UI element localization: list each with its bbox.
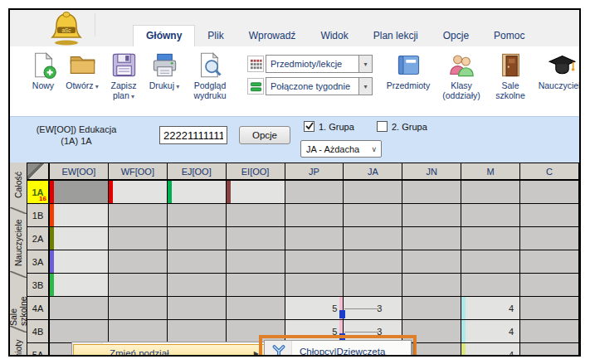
grid-cell-1b-wf-oo[interactable] <box>109 204 168 227</box>
combo-dropdown-button[interactable]: ▾ <box>359 77 373 95</box>
grid-cell-3a-ew-oo[interactable] <box>50 250 109 274</box>
grid-cell-1b-ei-oo[interactable] <box>227 204 285 227</box>
grid-cell-2a-ew-oo[interactable] <box>50 227 109 250</box>
grid-cell-4a-wf-oo[interactable] <box>109 297 168 320</box>
grid-cell-3a-ej-oo[interactable] <box>168 250 227 274</box>
nowy-button[interactable]: Nowy <box>25 49 61 92</box>
grid-cell-1a-ei-oo[interactable] <box>227 181 285 204</box>
grid-cell-2a-ei-oo[interactable] <box>227 227 285 250</box>
options-button[interactable]: Opcje <box>239 126 290 144</box>
column-header-jp[interactable]: JP <box>285 163 344 181</box>
checkbox-checked[interactable] <box>304 121 315 132</box>
grid-cell-2a-ja[interactable] <box>344 227 402 250</box>
grid-cell-3b-jn[interactable] <box>402 274 461 297</box>
menu-item-zmień-podział[interactable]: Zmień podział▶ <box>73 344 266 357</box>
grid-cell-5a-m[interactable]: 4 <box>461 343 520 355</box>
grid-cell-4b-ew-oo[interactable] <box>50 320 109 343</box>
klasy-oddziały-button[interactable]: Klasy (oddziały) <box>434 49 489 102</box>
grid-cell-4a-m[interactable]: 4 <box>461 297 520 320</box>
grid-cell-2a-wf-oo[interactable] <box>109 227 168 250</box>
grid-cell-1a-ja[interactable] <box>344 181 402 204</box>
row-header-4a[interactable]: 4A <box>27 297 50 320</box>
grid-cell-3b-c[interactable] <box>520 274 579 297</box>
grid-cell-3a-m[interactable] <box>461 250 520 274</box>
grid-cell-3a-c[interactable] <box>520 250 579 274</box>
row-header-3a[interactable]: 3A <box>27 250 50 274</box>
combo-dropdown-button[interactable]: ▾ <box>359 55 373 73</box>
grid-cell-1a-m[interactable] <box>461 181 520 204</box>
grid-cell-2a-jn[interactable] <box>402 227 461 250</box>
row-header-3b[interactable]: 3B <box>27 274 50 297</box>
grid-cell-1a-jn[interactable] <box>402 181 461 204</box>
grid-cell-3a-ja[interactable] <box>344 250 402 274</box>
row-header-4b[interactable]: 4B <box>27 320 50 343</box>
grid-cell-3a-ei-oo[interactable] <box>227 250 285 274</box>
side-tab-całość[interactable]: Całość <box>10 163 27 207</box>
grid-cell-5a-c[interactable] <box>520 343 579 355</box>
tab-główny[interactable]: Główny <box>133 25 195 46</box>
column-header-jn[interactable]: JN <box>402 163 461 181</box>
side-tab-sale-szkolne[interactable]: Sale szkolne <box>10 278 27 326</box>
grid-cell-4a-c[interactable] <box>520 297 579 320</box>
row-header-2a[interactable]: 2A <box>27 227 50 250</box>
grid-cell-1b-jn[interactable] <box>402 204 461 227</box>
column-header-ew-oo[interactable]: EW[OO] <box>50 163 109 181</box>
grid-cell-1b-ja[interactable] <box>344 204 402 227</box>
grid-cell-4b-ej-oo[interactable] <box>168 320 227 343</box>
column-header-c[interactable]: C <box>520 163 579 181</box>
code-input[interactable] <box>159 126 227 144</box>
grid-cell-4a-ew-oo[interactable] <box>50 297 109 320</box>
grid-cell-3b-ej-oo[interactable] <box>168 274 227 297</box>
grid-cell-4a-jn[interactable] <box>402 297 461 320</box>
row-header-1b[interactable]: 1B <box>27 204 50 227</box>
otwórz-button[interactable]: Otwórz ▾ <box>61 49 103 94</box>
row-header-1a[interactable]: 1A16 <box>27 181 50 204</box>
zapisz-plan-button[interactable]: Zapisz plan ▾ <box>103 49 144 104</box>
grid-cell-4b-m[interactable]: 4 <box>461 320 520 343</box>
grid-cell-3b-jp[interactable] <box>285 274 344 297</box>
grid-cell-3b-ja[interactable] <box>344 274 402 297</box>
grid-cell-1a-ew-oo[interactable] <box>50 181 109 204</box>
grid-cell-3a-wf-oo[interactable] <box>109 250 168 274</box>
column-header-m[interactable]: M <box>461 163 520 181</box>
column-header-ei-oo[interactable]: EI[OO] <box>227 163 285 181</box>
grid-cell-1b-ew-oo[interactable] <box>50 204 109 227</box>
podgląd-wydruku-button[interactable]: Podgląd wydruku <box>184 49 236 102</box>
nauczyciele-button[interactable]: Nauczyciele <box>532 49 581 92</box>
grid-cell-1a-c[interactable] <box>520 181 579 204</box>
grid-cell-4a-ei-oo[interactable] <box>227 297 285 320</box>
grid-cell-4b-c[interactable] <box>520 320 579 343</box>
tab-wprowadź[interactable]: Wprowadź <box>236 26 309 46</box>
tab-plik[interactable]: Plik <box>195 26 236 46</box>
column-header-wf-oo[interactable]: WF[OO] <box>109 163 168 181</box>
grid-cell-4a-jp[interactable]: 5 <box>285 297 344 320</box>
tab-pomoc[interactable]: Pomoc <box>481 26 537 46</box>
grid-cell-4a-ja[interactable]: 3 <box>344 297 402 320</box>
column-header-ja[interactable]: JA <box>344 163 402 181</box>
grid-cell-2a-m[interactable] <box>461 227 520 250</box>
grid-cell-2a-c[interactable] <box>520 227 579 250</box>
przedmioty-button[interactable]: Przedmioty <box>383 49 434 92</box>
grid-cell-1b-c[interactable] <box>520 204 579 227</box>
tab-widok[interactable]: Widok <box>308 26 360 46</box>
teacher-dropdown[interactable]: JA - Ażdacha ∨ <box>300 140 382 158</box>
grid-cell-1b-jp[interactable] <box>285 204 344 227</box>
grid-cell-1b-ej-oo[interactable] <box>168 204 227 227</box>
grid-cell-3a-jp[interactable] <box>285 250 344 274</box>
row-header-5a[interactable]: 5A <box>27 343 50 355</box>
grid-cell-1a-wf-oo[interactable] <box>109 181 168 204</box>
submenu-item-chłopcy-dziewczęta[interactable]: Chłopcy|Dziewczęta <box>265 342 411 357</box>
grid-cell-3b-ei-oo[interactable] <box>227 274 285 297</box>
grid-cell-3b-wf-oo[interactable] <box>109 274 168 297</box>
tab-opcje[interactable]: Opcje <box>431 26 481 46</box>
grid-cell-3a-jn[interactable] <box>402 250 461 274</box>
column-header-ej-oo[interactable]: EJ[OO] <box>168 163 227 181</box>
drukuj-button[interactable]: Drukuj ▾ <box>144 49 184 94</box>
grid-cell-2a-ej-oo[interactable] <box>168 227 227 250</box>
grid-cell-1a-jp[interactable] <box>285 181 344 204</box>
checkbox-unchecked[interactable] <box>377 121 388 132</box>
grid-cell-4b-wf-oo[interactable] <box>109 320 168 343</box>
combo-value-przedmioty-lekcje[interactable]: Przedmioty/lekcje <box>266 55 359 73</box>
tab-plan-lekcji[interactable]: Plan lekcji <box>361 26 431 46</box>
side-tab-nauczyciele[interactable]: Nauczyciele <box>10 214 27 271</box>
